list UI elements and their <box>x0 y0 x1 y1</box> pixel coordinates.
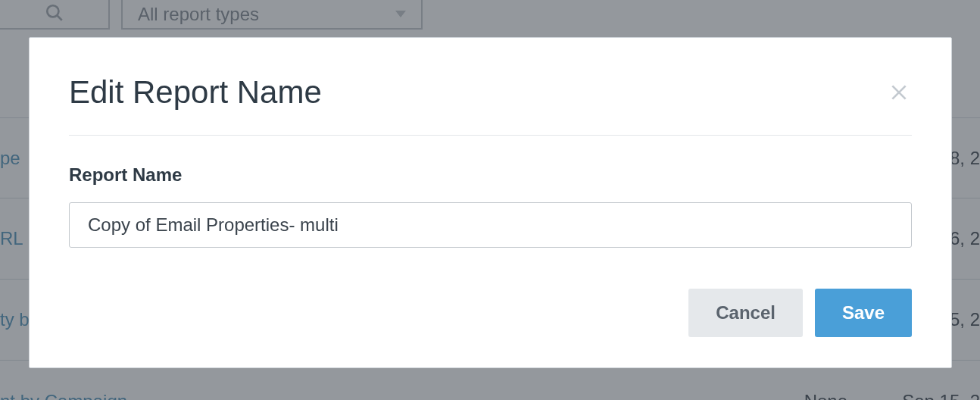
modal-header: Edit Report Name <box>69 74 912 136</box>
report-name-label: Report Name <box>69 164 912 186</box>
close-icon[interactable] <box>886 79 912 109</box>
modal-body: Report Name <box>69 136 912 289</box>
save-button[interactable]: Save <box>815 289 912 337</box>
report-name-input[interactable] <box>69 202 912 248</box>
modal-title: Edit Report Name <box>69 74 322 111</box>
edit-report-name-modal: Edit Report Name Report Name Cancel Save <box>29 37 952 368</box>
cancel-button[interactable]: Cancel <box>688 289 803 337</box>
modal-footer: Cancel Save <box>69 289 912 337</box>
